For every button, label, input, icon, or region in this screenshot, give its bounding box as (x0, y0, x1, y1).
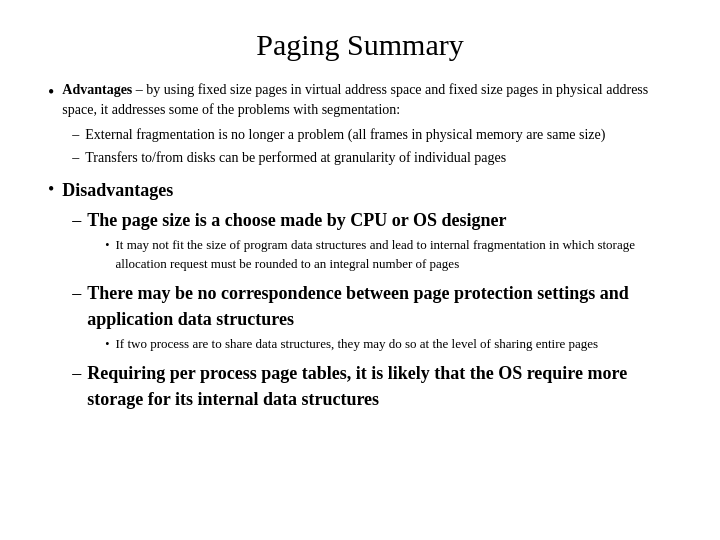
dot-marker-2: • (105, 336, 109, 353)
disadvantages-text-block: Disadvantages – The page size is a choos… (62, 177, 672, 415)
advantages-text-block: Advantages – by using fixed size pages i… (62, 80, 672, 171)
disadv-sub3-bold: Requiring per process page tables, it is… (87, 363, 627, 409)
disadv-dot-text-2: If two process are to share data structu… (116, 335, 672, 354)
disadv-sub2-dotlist: • If two process are to share data struc… (105, 335, 672, 354)
adv-dash-marker-1: – (72, 125, 79, 145)
dot-marker-1: • (105, 237, 109, 254)
disadv-sub1-dotlist: • It may not fit the size of program dat… (105, 236, 672, 274)
adv-dash-text-1: External fragmentation is no longer a pr… (85, 125, 672, 145)
disadvantages-label: Disadvantages (62, 180, 173, 200)
bullet-marker-1: • (48, 79, 54, 105)
disadvantages-sublist: – The page size is a choose made by CPU … (72, 207, 672, 412)
advantages-bold: Advantages – by using fixed size pages i… (62, 82, 648, 117)
disadv-dot-2: • If two process are to share data struc… (105, 335, 672, 354)
adv-dash-1: – External fragmentation is no longer a … (72, 125, 672, 145)
disadv-sub2-bold: There may be no correspondence between p… (87, 283, 628, 329)
adv-dash-text-2: Transfers to/from disks can be performed… (85, 148, 672, 168)
slide: Paging Summary • Advantages – by using f… (0, 0, 720, 540)
adv-dash-marker-2: – (72, 148, 79, 168)
disadv-dash-marker-2: – (72, 280, 81, 306)
disadvantages-bullet: • Disadvantages – The page size is a cho… (48, 177, 672, 415)
slide-title: Paging Summary (48, 28, 672, 62)
adv-dash-2: – Transfers to/from disks can be perform… (72, 148, 672, 168)
disadv-dash-3: – Requiring per process page tables, it … (72, 360, 672, 412)
disadv-dash-text-1: The page size is a choose made by CPU or… (87, 207, 672, 277)
disadv-dash-marker-3: – (72, 360, 81, 386)
disadv-dash-1: – The page size is a choose made by CPU … (72, 207, 672, 277)
disadv-dot-text-1: It may not fit the size of program data … (116, 236, 672, 274)
bullet-marker-2: • (48, 176, 54, 202)
disadv-dash-text-3: Requiring per process page tables, it is… (87, 360, 672, 412)
disadv-dash-marker-1: – (72, 207, 81, 233)
disadv-dash-2: – There may be no correspondence between… (72, 280, 672, 357)
disadv-dash-text-2: There may be no correspondence between p… (87, 280, 672, 357)
advantages-sublist: – External fragmentation is no longer a … (72, 125, 672, 169)
disadv-sub1-bold: The page size is a choose made by CPU or… (87, 210, 506, 230)
disadv-dot-1: • It may not fit the size of program dat… (105, 236, 672, 274)
content-area: • Advantages – by using fixed size pages… (48, 80, 672, 421)
advantages-bullet: • Advantages – by using fixed size pages… (48, 80, 672, 171)
